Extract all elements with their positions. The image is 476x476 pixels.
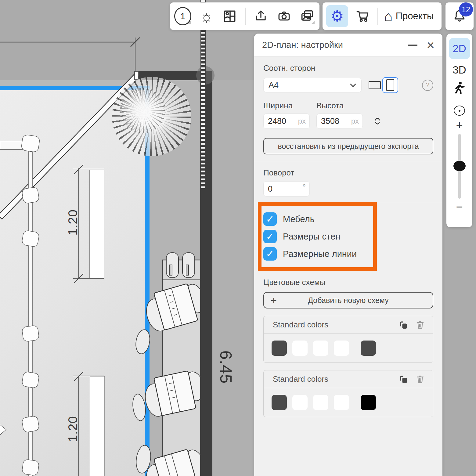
tab-3d[interactable]: 3D [453,64,466,76]
zoom-in-button[interactable]: + [456,119,463,131]
checkbox-label: Размеры стен [283,232,340,242]
plan-canvas[interactable]: 1.20 1.20 6.45 [0,0,254,476]
tab-2d[interactable]: 2D [449,38,470,59]
panel-title: 2D-план: настройки [262,40,408,50]
zoom-slider[interactable] [453,134,466,199]
tree-plan-symbol-inner [120,88,165,133]
trash-icon [415,320,425,330]
checkbox-row-dimension-lines[interactable]: ✓ Размерные линии [263,247,371,261]
aspect-ratio-select[interactable]: A4 [263,78,362,92]
scheme-title: Standard colors [273,320,393,330]
duplicate-scheme-button[interactable] [398,373,410,385]
checkbox-label: Размерные линии [283,249,357,259]
scheme-title: Standard colors [273,374,393,384]
help-button[interactable]: ? [422,80,433,91]
color-swatch[interactable] [272,341,287,356]
gallery-button[interactable] [299,6,315,26]
add-scheme-label: Добавить новую схему [308,296,389,305]
trash-icon [415,374,425,384]
projects-label: Проекты [396,11,434,22]
collage-icon [222,9,237,24]
scheme-card: Standard colors [263,370,433,417]
checkbox-checked-icon[interactable]: ✓ [263,212,277,226]
aspect-ratio-label: Соотн. сторон [263,57,433,73]
color-swatch[interactable] [361,341,376,356]
rotation-label: Поворот [263,168,433,178]
plus-icon: + [271,294,277,306]
brightness-button[interactable]: ☼ [199,6,215,26]
orientation-landscape-button[interactable] [367,78,382,92]
dimension-label: 1.20 [66,416,80,442]
orientation-portrait-button[interactable] [382,77,398,93]
color-swatch[interactable] [292,395,308,410]
checkbox-row-wall-dimensions[interactable]: ✓ Размеры стен [263,230,371,243]
duplicate-scheme-button[interactable] [398,319,410,331]
minimize-button[interactable] [408,45,417,46]
color-swatch[interactable] [313,341,328,356]
panel-header: 2D-план: настройки × [254,34,442,57]
scheme-card: Standard colors [263,316,433,363]
export-button[interactable] [253,6,269,26]
width-input-wrap: px [263,114,310,129]
portrait-icon [386,79,394,91]
gear-icon: ⚙ [330,9,344,24]
close-icon[interactable]: × [427,40,435,50]
checkbox-checked-icon[interactable]: ✓ [263,230,277,243]
notification-count-badge: 12 [459,2,473,16]
collage-button[interactable] [222,6,238,26]
zoom-out-button[interactable]: − [456,201,463,213]
color-swatch[interactable] [361,395,376,410]
width-unit: px [298,117,306,125]
copy-icon [398,319,409,330]
restore-export-button[interactable]: восстановить из предыдущего экспорта [263,138,433,154]
width-label: Ширина [263,101,316,110]
rotation-input-wrap: ° [263,181,310,197]
notifications-button[interactable]: 12 [445,2,474,30]
walk-mode-button[interactable] [453,81,467,95]
checkbox-checked-icon[interactable]: ✓ [263,247,277,261]
highlight-orange-box: ✓ Мебель ✓ Размеры стен ✓ Размерные лини… [258,202,377,271]
swatch-row [264,334,433,362]
height-label: Высота [316,101,344,110]
home-icon: ⌂ [384,9,393,23]
zoom-slider-knob[interactable] [453,161,466,171]
snapshot-button[interactable] [276,6,292,26]
settings-panel: 2D-план: настройки × Соотн. сторон A4 [254,34,442,476]
dropdown-corner-icon [311,21,315,24]
copy-icon [398,374,409,385]
display-options-section: ✓ Мебель ✓ Размеры стен ✓ Размерные лини… [254,202,442,271]
color-swatch[interactable] [334,341,349,356]
aspect-ratio-value: A4 [269,81,279,90]
view-number-button[interactable]: 1 [174,6,191,26]
color-swatch[interactable] [334,395,349,410]
plan-linework [0,0,254,476]
projects-button[interactable]: ⌂ Проекты [384,9,434,23]
swatch-row [264,388,433,417]
add-scheme-button[interactable]: + Добавить новую схему [263,292,433,308]
settings-button[interactable]: ⚙ [326,5,348,27]
dimension-label: 6.45 [217,350,236,384]
checkbox-row-furniture[interactable]: ✓ Мебель [263,212,371,226]
chevron-down-icon [350,83,356,87]
dimension-label: 1.20 [66,209,80,236]
toolbar-main: 1 ☼ [170,2,319,30]
upload-icon [254,9,268,23]
color-swatch[interactable] [292,341,308,356]
link-dimensions-icon[interactable] [373,116,382,126]
scheme-card-header: Standard colors [264,370,433,388]
cart-button[interactable] [354,6,371,26]
toolbar-nav: ⚙ ⌂ Проекты [323,2,442,30]
color-swatch[interactable] [313,395,328,410]
center-view-button[interactable] [454,106,465,116]
height-unit: px [351,117,359,125]
delete-scheme-button[interactable] [414,319,426,331]
color-swatch[interactable] [272,395,287,410]
dropdown-corner-icon [187,21,191,24]
degree-symbol: ° [303,182,306,192]
landscape-icon [369,81,381,89]
delete-scheme-button[interactable] [414,373,426,385]
sidebar-divider [452,100,467,100]
toolbar-divider [377,8,378,25]
height-input-wrap: px [316,114,363,129]
toolbar-divider [245,8,246,25]
